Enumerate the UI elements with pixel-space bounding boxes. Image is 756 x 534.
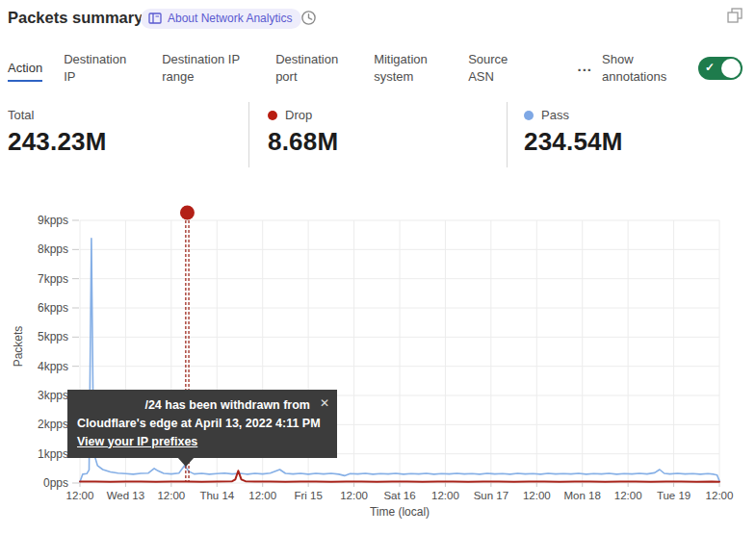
book-icon [148,13,162,24]
stat-total: Total 243.23M [0,102,248,167]
tooltip-line2: Cloudflare's edge at April 13, 2022 4:11… [77,415,327,433]
x-tick-label: 12:00 [431,490,459,501]
stat-total-label: Total [8,108,34,122]
close-icon[interactable]: ✕ [320,394,329,412]
y-tick-label: 8kpps [38,242,68,256]
stat-pass-value: 234.54M [524,127,756,157]
dimension-tabs: Action Destination IP Destination IP ran… [0,42,756,94]
stat-drop-value: 8.68M [268,127,507,157]
x-tick-label: 12:00 [66,490,94,501]
about-network-analytics-badge[interactable]: About Network Analytics [141,9,301,29]
stat-drop: Drop 8.68M [248,102,507,167]
tab-mitigation-system[interactable]: Mitigation system [374,51,447,86]
tooltip-line1: /24 has been withdrawn from [77,396,327,415]
tab-destination-ip[interactable]: Destination IP [64,51,141,86]
x-tick-label: Sat 16 [383,490,415,501]
x-tick-label: Fri 15 [294,490,322,501]
x-tick-label: 12:00 [614,490,642,501]
more-tabs-button[interactable]: ... [577,58,602,80]
x-tick-label: 12:00 [157,490,185,501]
y-tick-label: 9kpps [38,214,68,227]
x-tick-label: 12:00 [523,490,551,501]
stat-drop-label: Drop [285,108,312,122]
x-tick-label: Sun 17 [474,490,508,501]
packets-chart-region: Packets 0pps1kpps2kpps3kpps4kpps5kpps6kp… [0,202,756,534]
expand-icon[interactable] [727,8,743,23]
drop-legend-dot [268,111,277,120]
tab-source-asn[interactable]: Source ASN [468,51,516,86]
x-tick-label: Tue 19 [657,490,691,501]
y-tick-label: 5kpps [38,330,68,343]
show-annotations-label: Show annotations [602,51,681,86]
summary-stats: Total 243.23M Drop 8.68M Pass 234.54M [0,102,756,167]
y-tick-label: 2kpps [38,418,68,431]
x-tick-label: Thu 14 [199,490,234,501]
y-tick-label: 6kpps [38,301,68,315]
view-ip-prefixes-link[interactable]: View your IP prefixes [77,433,197,451]
x-tick-label: 12:00 [248,490,276,501]
tab-destination-ip-range[interactable]: Destination IP range [162,51,254,86]
check-icon: ✓ [705,61,715,74]
tab-action[interactable]: Action [8,60,42,77]
page-title: Packets summary [8,9,143,27]
tab-destination-port[interactable]: Destination port [275,51,352,86]
show-annotations-toggle[interactable]: ✓ [698,57,743,80]
pass-legend-dot [524,111,534,120]
time-history-icon[interactable] [300,10,317,26]
stat-total-value: 243.23M [8,127,248,157]
annotation-tooltip: ✕ /24 has been withdrawn from Cloudflare… [67,390,337,458]
card-header: Packets summary About Network Analytics [0,0,756,40]
x-axis-title: Time (local) [370,505,430,519]
x-tick-label: Mon 18 [564,490,601,501]
x-tick-label: 12:00 [340,490,368,501]
y-tick-label: 3kpps [38,389,68,402]
tooltip-caret [177,457,195,467]
stat-pass-label: Pass [541,108,569,122]
y-tick-label: 0pps [43,476,68,490]
annotation-dot [180,206,195,220]
y-tick-label: 4kpps [38,360,68,373]
x-tick-label: 12:00 [706,490,734,501]
packets-chart: 0pps1kpps2kpps3kpps4kpps5kpps6kpps7kpps8… [0,202,756,534]
stat-pass: Pass 234.54M [507,102,756,167]
toggle-knob [721,59,741,78]
x-tick-label: Wed 13 [107,490,144,501]
y-tick-label: 7kpps [38,272,68,286]
badge-label: About Network Analytics [168,12,292,25]
y-tick-label: 1kpps [38,447,68,461]
